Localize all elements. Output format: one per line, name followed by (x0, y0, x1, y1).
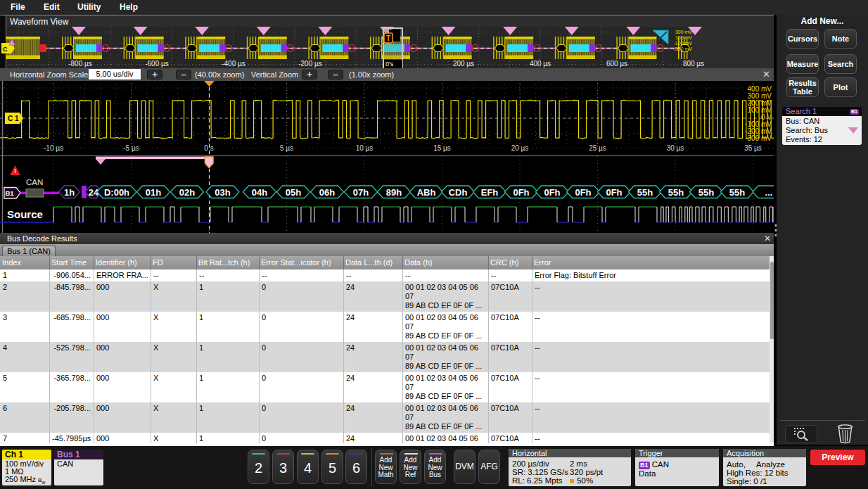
svg-text:C 1: C 1 (8, 115, 19, 122)
svg-text:03h: 03h (215, 187, 230, 198)
svg-text:-400 µs: -400 µs (222, 60, 245, 68)
svg-text:300 mV: 300 mV (675, 30, 692, 34)
svg-text:89h: 89h (386, 187, 402, 198)
svg-text:CDh: CDh (449, 187, 468, 198)
svg-text:02h: 02h (179, 187, 195, 198)
svg-text:ABh: ABh (417, 187, 436, 198)
svg-text:EFh: EFh (481, 187, 499, 198)
svg-text:55h: 55h (698, 187, 714, 198)
svg-text:01h: 01h (146, 187, 161, 198)
svg-text:0Fh: 0Fh (606, 187, 622, 198)
svg-text:-600 µs: -600 µs (145, 60, 169, 68)
svg-text:-800 µs: -800 µs (68, 60, 92, 68)
svg-text:04h: 04h (252, 187, 267, 198)
svg-text:20 µs: 20 µs (511, 144, 529, 152)
svg-text:-100 mV: -100 mV (674, 41, 693, 46)
svg-text:55h: 55h (637, 187, 653, 198)
svg-text:10 µs: 10 µs (356, 144, 374, 152)
svg-text:-300 mV: -300 mV (674, 46, 693, 51)
svg-text:30 µs: 30 µs (667, 144, 684, 152)
svg-text:-200 µs: -200 µs (298, 60, 322, 68)
svg-text:400 µs: 400 µs (530, 60, 551, 68)
svg-text:D:00h: D:00h (104, 187, 129, 198)
svg-text:0Fh: 0Fh (575, 187, 591, 198)
svg-text:Source: Source (7, 208, 43, 220)
svg-text:35 µs: 35 µs (744, 144, 762, 152)
svg-text:600 µs: 600 µs (606, 60, 627, 68)
svg-text:800 µs: 800 µs (683, 60, 704, 68)
svg-text:15 µs: 15 µs (433, 144, 451, 152)
svg-text:06h: 06h (319, 187, 335, 198)
svg-text:C: C (3, 46, 8, 53)
svg-text:B1: B1 (5, 189, 14, 197)
svg-text:0Fh: 0Fh (544, 187, 560, 198)
svg-text:1h: 1h (64, 187, 75, 198)
svg-text:-5 µs: -5 µs (123, 144, 139, 152)
svg-text:05h: 05h (286, 187, 301, 198)
svg-text:200 µs: 200 µs (453, 60, 474, 68)
svg-text:25 µs: 25 µs (589, 144, 606, 152)
svg-text:100 mV: 100 mV (675, 35, 692, 40)
svg-text:5 µs: 5 µs (280, 144, 293, 152)
svg-text:0 s: 0 s (204, 144, 213, 152)
svg-text:0Fh: 0Fh (513, 187, 529, 198)
svg-text:T: T (386, 34, 390, 42)
svg-text:55h: 55h (668, 187, 684, 198)
svg-text:07h: 07h (353, 187, 369, 198)
svg-text:55h: 55h (729, 187, 745, 198)
svg-text:0's: 0's (385, 61, 394, 68)
svg-text:...: ... (765, 187, 773, 198)
svg-text:CAN: CAN (26, 178, 43, 186)
svg-text:-300 mV: -300 mV (745, 134, 772, 142)
svg-text:-10 µs: -10 µs (44, 144, 63, 152)
